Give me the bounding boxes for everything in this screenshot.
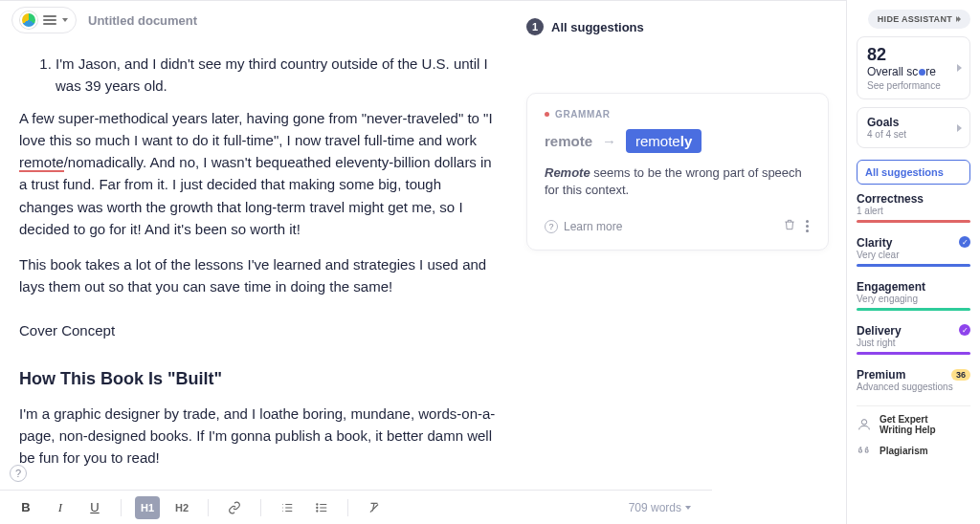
metric-subtitle: 1 alert [857,206,970,216]
check-badge-icon: ✓ [959,324,970,336]
score-number: 82 [867,45,960,65]
metric-title: Premium [857,368,905,382]
info-icon: ? [545,220,558,233]
paragraph: I'm a graphic designer by trade, and I l… [19,403,498,469]
help-button[interactable]: ? [10,465,27,482]
suggestion-card[interactable]: GRAMMAR remote → remotely Remote seems t… [526,93,829,251]
document-title[interactable]: Untitled document [88,13,197,28]
dismiss-button[interactable] [783,218,796,234]
person-icon [857,417,872,432]
delivery-filter[interactable]: ✓ Delivery Just right [857,324,970,360]
metric-title: Delivery [857,324,970,338]
numbered-list-icon [280,501,294,514]
numbered-list-button[interactable] [275,496,300,519]
all-suggestions-filter[interactable]: All suggestions [857,160,970,185]
word-count[interactable]: 709 words [629,501,699,514]
metric-subtitle: Advanced suggestions [857,382,970,392]
premium-filter[interactable]: Premium 36 Advanced suggestions [857,368,970,398]
formatting-toolbar: B I U H1 H2 709 words [0,490,712,524]
learn-more-button[interactable]: ? Learn more [545,220,622,233]
suggestion-category: GRAMMAR [545,109,811,120]
list-item: I'm Jason, and I didn't see my third cou… [56,53,498,98]
metric-title: Correctness [857,192,970,206]
svg-point-0 [317,503,318,504]
link-icon [228,501,241,514]
expert-writing-help-button[interactable]: Get ExpertWriting Help [857,405,970,435]
suggestions-header: All suggestions [551,20,644,34]
clear-formatting-button[interactable] [362,496,387,519]
bold-button[interactable]: B [13,496,38,519]
chevron-right-icon [957,124,962,132]
see-performance-link: See performance [867,80,960,91]
chevron-right-icon [957,64,962,72]
svg-point-1 [317,507,318,508]
clear-format-icon [368,501,381,514]
bulleted-list-icon [315,501,328,514]
link-button[interactable] [222,496,247,519]
plagiarism-button[interactable]: Plagiarism [857,443,970,458]
metric-subtitle: Very engaging [857,294,970,304]
quotes-icon [857,443,872,458]
metric-bar [857,264,970,267]
double-chevron-right-icon [956,16,961,22]
red-dot-icon [545,112,549,117]
suggestion-count-badge: 1 [526,18,544,35]
metric-title: Clarity [857,236,970,250]
app-menu-button[interactable] [11,7,77,33]
editor-content[interactable]: I'm Jason, and I didn't see my third cou… [0,39,517,482]
arrow-right-icon: → [602,133,616,149]
svg-point-3 [861,420,866,425]
overall-score-panel[interactable]: 82 Overall scre See performance [857,36,970,99]
paragraph: A few super-methodical years later, havi… [19,107,498,241]
engagement-filter[interactable]: Engagement Very engaging [857,280,970,317]
suggested-word-button[interactable]: remotely [626,129,702,153]
score-label: Overall scre [867,65,960,78]
grammarly-logo-icon [20,11,37,29]
hide-assistant-button[interactable]: HIDE ASSISTANT [868,10,970,29]
paragraph: This book takes a lot of the lessons I'v… [19,253,498,298]
chevron-down-icon [685,506,691,510]
bulleted-list-button[interactable] [309,496,334,519]
original-word: remote [545,133,592,149]
chevron-down-icon [62,18,68,22]
suggestion-message: Remote seems to be the wrong part of spe… [545,164,811,199]
paragraph: Cover Concept [19,319,498,341]
goals-title: Goals [867,116,960,129]
heading-2: How This Book Is "Built" [19,366,498,393]
flagged-word[interactable]: remote [19,154,64,172]
metric-bar [857,220,970,223]
goals-panel[interactable]: Goals 4 of 4 set [857,107,970,148]
hamburger-icon [43,15,56,25]
goals-subtitle: 4 of 4 set [867,129,960,140]
italic-button[interactable]: I [48,496,73,519]
clarity-filter[interactable]: ✓ Clarity Very clear [857,236,970,273]
h1-button[interactable]: H1 [135,496,160,519]
metric-subtitle: Very clear [857,250,970,260]
metric-title: Engagement [857,280,970,294]
h2-button[interactable]: H2 [169,496,194,519]
premium-count-badge: 36 [951,369,970,381]
metric-bar [857,352,970,355]
trash-icon [783,218,796,231]
underline-button[interactable]: U [82,496,107,519]
metric-bar [857,308,970,311]
check-badge-icon: ✓ [959,236,970,248]
more-options-button[interactable] [804,218,811,234]
svg-point-2 [317,510,318,511]
metric-subtitle: Just right [857,338,970,348]
correctness-filter[interactable]: Correctness 1 alert [857,192,970,229]
